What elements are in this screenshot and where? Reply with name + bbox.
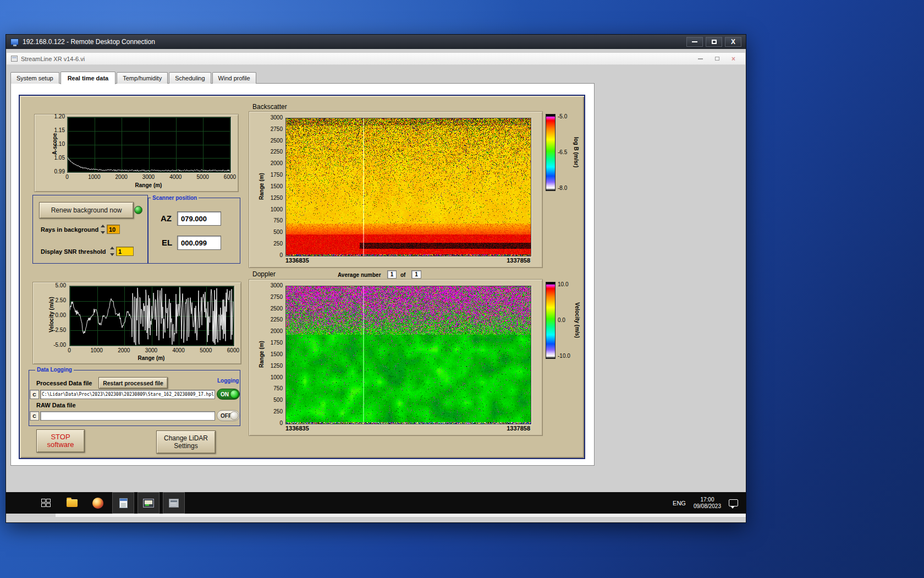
ascope-x-axis-label: Range (m)	[124, 182, 173, 188]
app-maximize-icon[interactable]	[715, 57, 719, 61]
average-of-label: of	[400, 272, 405, 278]
tick-label: 250	[273, 409, 283, 415]
processed-logging-toggle[interactable]: ON	[217, 389, 240, 400]
spinner-up-icon[interactable]	[110, 247, 114, 249]
tick-label: 0	[57, 174, 77, 180]
streamline-app-button[interactable]	[138, 492, 160, 514]
change-line2: Settings	[174, 442, 197, 450]
raw-path-field[interactable]	[40, 411, 215, 421]
tab-scheduling[interactable]: Scheduling	[169, 72, 211, 84]
remote-session: StreamLine XR v14-6.vi × System setupRea…	[6, 49, 746, 522]
tab-system-setup[interactable]: System setup	[10, 72, 59, 84]
minimize-button[interactable]	[686, 37, 703, 47]
processed-drive-selector[interactable]: C	[30, 390, 39, 399]
stop-software-button[interactable]: STOP software	[36, 429, 85, 452]
snr-spinner[interactable]	[109, 247, 115, 256]
tick-label: 5000	[193, 174, 213, 180]
backscatter-colorbar-ticks: -5.0-6.5-8.0	[558, 114, 574, 191]
tick-label: -8.0	[558, 186, 574, 191]
doppler-colorbar-label: Velocity (m/s)	[574, 296, 580, 345]
tick-label: 1000	[271, 375, 283, 380]
firefox-button[interactable]	[87, 492, 109, 514]
rays-spinner[interactable]	[100, 225, 106, 234]
rdp-titlebar[interactable]: 192.168.0.122 - Remote Desktop Connectio…	[6, 35, 746, 49]
file-explorer-button[interactable]	[61, 492, 83, 514]
snr-value-field[interactable]: 1	[116, 247, 134, 256]
average-total-field[interactable]: 1	[411, 270, 421, 279]
snr-threshold-label: Display SNR threshold	[41, 248, 106, 255]
toggle-knob	[230, 411, 239, 420]
tick-label: 1000	[84, 174, 104, 180]
spinner-down-icon[interactable]	[101, 231, 105, 234]
maximize-icon	[712, 40, 717, 44]
rdp-window-title: 192.168.0.122 - Remote Desktop Connectio…	[23, 38, 155, 46]
app-minimize-icon[interactable]	[698, 58, 703, 59]
az-label: AZ	[161, 214, 172, 223]
average-number-field[interactable]: 1	[387, 270, 397, 279]
tick-label: 3000	[271, 115, 283, 121]
close-button[interactable]: X	[725, 37, 741, 47]
tick-label: 2.50	[56, 298, 66, 303]
rays-in-background-label: Rays in background	[41, 226, 98, 233]
ascope-plot	[67, 117, 231, 173]
firefox-icon	[92, 498, 103, 509]
tab-real-time-data[interactable]: Real time data	[61, 72, 116, 84]
renew-background-button[interactable]: Renew background now	[39, 202, 134, 219]
spinner-down-icon[interactable]	[110, 253, 114, 256]
average-number-label: Average number	[338, 272, 381, 278]
tick-label: 500	[273, 397, 283, 403]
language-indicator[interactable]: ENG	[673, 500, 686, 506]
change-lidar-settings-button[interactable]: Change LiDAR Settings	[156, 430, 216, 454]
tick-label: 5.00	[56, 283, 66, 288]
tick-label: 1336835	[285, 425, 309, 432]
tick-label: -6.5	[558, 150, 574, 155]
start-button[interactable]	[35, 492, 57, 514]
maximize-button[interactable]	[706, 37, 722, 47]
processed-data-file-label: Processed Data file	[36, 380, 92, 386]
scanner-position-box	[148, 198, 240, 264]
tick-label: 1500	[271, 184, 283, 189]
tick-label: 2000	[271, 329, 283, 334]
rays-value-field[interactable]: 10	[107, 225, 120, 234]
restart-processed-file-button[interactable]: Restart processed file	[98, 377, 168, 389]
tick-label: 1337858	[507, 257, 530, 264]
tick-label: 3000	[141, 347, 161, 353]
tick-label: 500	[273, 230, 283, 235]
app-titlebar[interactable]: StreamLine XR v14-6.vi ×	[7, 53, 745, 65]
tick-label: 2000	[112, 174, 131, 180]
taskbar-clock[interactable]: 17:00 09/08/2023	[694, 497, 721, 510]
doppler-x-ticks: 13368351337858	[285, 425, 530, 432]
tab-wind-profile[interactable]: Wind profile	[212, 72, 256, 84]
app-close-icon[interactable]: ×	[732, 56, 735, 62]
notepad-button[interactable]	[112, 492, 134, 514]
stop-line2: software	[47, 441, 74, 449]
renew-background-led	[134, 206, 142, 214]
app-window-title: StreamLine XR v14-6.vi	[21, 56, 85, 62]
tab-temp-humidity[interactable]: Temp/humidity	[117, 72, 168, 84]
backscatter-y-ticks: 3000275025002250200017501500125010007505…	[263, 115, 283, 258]
tick-label: 6000	[223, 347, 243, 353]
tick-label: -2.50	[53, 328, 66, 333]
tick-label: 0.00	[56, 313, 66, 318]
processed-path-field[interactable]: C:\Lidar\Data\Proc\2023\202308\20230809\…	[40, 390, 215, 399]
tick-label: 2750	[271, 127, 283, 132]
el-value-field[interactable]: 000.099	[177, 236, 221, 250]
raw-logging-toggle[interactable]: OFF	[217, 410, 240, 421]
toggle-knob	[230, 390, 239, 399]
az-value-field[interactable]: 079.000	[177, 211, 221, 226]
tick-label: 1.20	[54, 114, 65, 119]
notepad-icon	[119, 498, 128, 508]
notification-icon[interactable]	[729, 499, 738, 506]
scan-scheduler-button[interactable]	[163, 492, 185, 514]
tick-label: 4000	[169, 347, 189, 353]
spinner-up-icon[interactable]	[101, 225, 105, 227]
realtime-panel: A-scope 1.201.151.101.050.99 01000200030…	[19, 95, 585, 459]
raw-data-file-label: RAW Data file	[36, 402, 76, 408]
tick-label: 10.0	[558, 282, 576, 287]
velocity-x-ticks: 0100020003000400050006000	[59, 347, 243, 353]
tick-label: 1250	[271, 363, 283, 369]
raw-drive-selector[interactable]: C	[30, 411, 39, 421]
doppler-heatmap	[285, 286, 531, 424]
tick-label: 750	[273, 386, 283, 391]
tick-label: 1337858	[507, 425, 530, 432]
